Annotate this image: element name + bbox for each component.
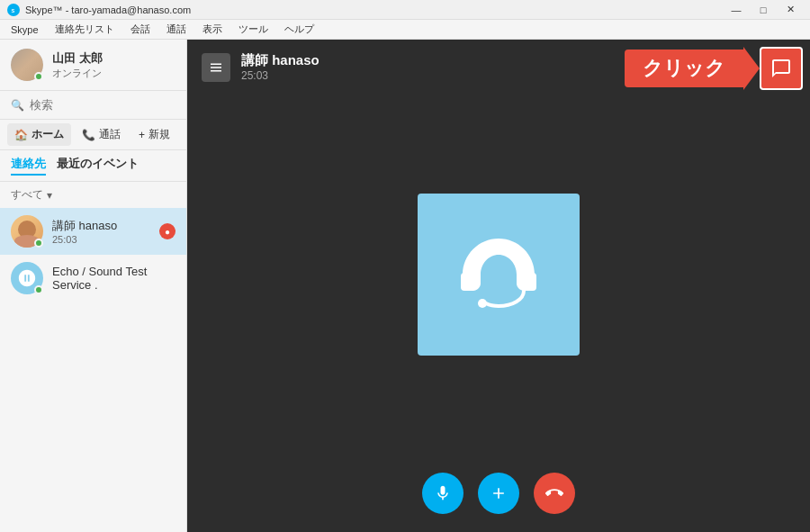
- tab-recent-events[interactable]: 最近のイベント: [57, 156, 139, 176]
- minimize-button[interactable]: —: [724, 0, 749, 20]
- title-bar-left: S Skype™ - taro-yamada@hanaso.com: [7, 4, 191, 16]
- tab-home[interactable]: 🏠 ホーム: [7, 123, 71, 146]
- contact-item-hanaso[interactable]: 講師 hanaso 25:03 ●: [0, 208, 186, 255]
- contact-info-hanaso: 講師 hanaso 25:03: [52, 218, 150, 245]
- call-header-icon: [202, 53, 230, 82]
- app-container: 山田 太郎 オンライン 🔍 🏠 ホーム 📞 通話 + 新規: [0, 40, 810, 532]
- contact-avatar-hanaso: [11, 215, 43, 248]
- tab-new[interactable]: + 新規: [131, 123, 177, 146]
- search-bar[interactable]: 🔍: [0, 91, 186, 120]
- contact-item-echo[interactable]: Echo / Sound Test Service .: [0, 255, 186, 302]
- headset-icon: [454, 230, 544, 320]
- svg-rect-2: [461, 273, 473, 291]
- contact-name-echo: Echo / Sound Test Service .: [52, 265, 176, 292]
- title-bar: S Skype™ - taro-yamada@hanaso.com — □ ✕: [0, 0, 810, 20]
- menu-view[interactable]: 表示: [195, 21, 230, 38]
- annotation-overlay: クリック: [625, 47, 803, 90]
- contact-tabs: 連絡先 最近のイベント: [0, 150, 186, 182]
- title-bar-controls: — □ ✕: [724, 0, 803, 20]
- contact-avatar-echo: [11, 262, 43, 294]
- window-title: Skype™ - taro-yamada@hanaso.com: [25, 5, 191, 15]
- user-profile: 山田 太郎 オンライン: [0, 40, 186, 91]
- more-button[interactable]: [478, 473, 519, 514]
- chevron-down-icon: ▾: [47, 189, 52, 202]
- close-button[interactable]: ✕: [778, 0, 803, 20]
- chat-button[interactable]: [760, 47, 803, 90]
- menu-skype[interactable]: Skype: [4, 23, 46, 37]
- contact-list: 講師 hanaso 25:03 ● Ec: [0, 208, 186, 532]
- menu-call[interactable]: 通話: [159, 21, 194, 38]
- call-video-area: [187, 95, 810, 455]
- menu-bar: Skype 連絡先リスト 会話 通話 表示 ツール ヘルプ: [0, 20, 810, 40]
- main-content: 講師 hanaso 25:03 クリック: [187, 40, 810, 532]
- user-name: 山田 太郎: [52, 50, 176, 67]
- badge-icon: ●: [165, 227, 170, 237]
- svg-point-4: [478, 299, 487, 308]
- category-label: すべて: [11, 187, 43, 203]
- contact-sub-hanaso: 25:03: [52, 234, 150, 245]
- nav-tabs: 🏠 ホーム 📞 通話 + 新規: [0, 120, 186, 150]
- maximize-button[interactable]: □: [751, 0, 776, 20]
- tab-contacts[interactable]: 連絡先: [11, 156, 46, 176]
- search-input[interactable]: [30, 98, 181, 112]
- skype-icon: S: [7, 4, 20, 16]
- menu-conversation[interactable]: 会話: [123, 21, 158, 38]
- call-controls: [187, 455, 810, 532]
- menu-contacts[interactable]: 連絡先リスト: [48, 21, 122, 38]
- user-info: 山田 太郎 オンライン: [52, 50, 176, 80]
- sidebar: 山田 太郎 オンライン 🔍 🏠 ホーム 📞 通話 + 新規: [0, 40, 187, 532]
- mute-button[interactable]: [422, 473, 464, 514]
- user-status-dot: [34, 72, 43, 81]
- svg-rect-3: [524, 273, 536, 291]
- menu-tools[interactable]: ツール: [231, 21, 275, 38]
- menu-help[interactable]: ヘルプ: [277, 21, 321, 38]
- calls-icon: 📞: [82, 129, 95, 141]
- contact-status-dot-hanaso: [34, 239, 43, 248]
- caller-avatar-card: [418, 194, 580, 356]
- annotation-label: クリック: [625, 50, 743, 87]
- contact-status-dot-echo: [34, 285, 43, 294]
- contact-badge-hanaso: ●: [159, 223, 176, 239]
- home-icon: 🏠: [14, 129, 28, 141]
- tab-calls[interactable]: 📞 通話: [75, 123, 128, 146]
- contact-name-hanaso: 講師 hanaso: [52, 218, 150, 234]
- search-icon: 🔍: [11, 99, 24, 112]
- new-icon: +: [139, 129, 145, 141]
- contact-info-echo: Echo / Sound Test Service .: [52, 265, 176, 292]
- svg-text:S: S: [12, 7, 15, 13]
- end-call-button[interactable]: [534, 473, 575, 514]
- user-status: オンライン: [52, 67, 176, 80]
- category-header: すべて ▾: [0, 182, 186, 208]
- user-avatar-container: [11, 49, 43, 81]
- annotation-arrow: [743, 47, 760, 90]
